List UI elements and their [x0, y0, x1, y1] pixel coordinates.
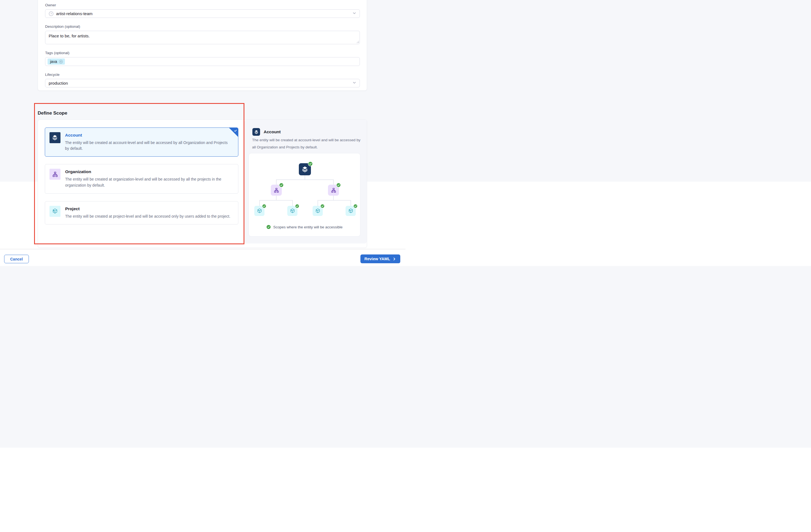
tree-organization-node	[328, 185, 339, 195]
question-circle-icon: ?	[49, 11, 53, 16]
footer-divider	[0, 249, 406, 249]
diagram-legend-text: Scopes where the entity will be accessib…	[273, 225, 342, 229]
preview-title: Account	[264, 129, 281, 135]
define-scope-title: Define Scope	[38, 110, 67, 116]
scope-preview-panel: Account The entity will be created at ac…	[244, 120, 367, 244]
diagram-legend: Scopes where the entity will be accessib…	[249, 225, 360, 229]
project-cube-icon	[290, 208, 295, 214]
check-badge-icon	[279, 183, 284, 187]
org-chart-icon	[49, 169, 60, 180]
project-cube-icon	[257, 208, 262, 214]
check-badge-icon	[295, 204, 300, 208]
check-badge-icon	[336, 183, 341, 187]
tag-chip-text: java	[50, 59, 57, 64]
check-badge-icon	[308, 161, 313, 166]
scope-option-title: Account	[65, 133, 233, 138]
chevron-down-icon	[352, 81, 356, 85]
tree-project-node	[254, 206, 264, 216]
check-icon	[234, 129, 237, 134]
tree-project-node	[312, 206, 323, 216]
scope-option-project[interactable]: Project The entity will be created at pr…	[45, 201, 238, 225]
scope-tree-diagram: Scopes where the entity will be accessib…	[248, 153, 361, 237]
tag-chip: java	[48, 59, 65, 65]
account-layers-icon	[253, 128, 260, 136]
lifecycle-field: Lifecycle production	[45, 73, 360, 88]
preview-header: Account	[253, 128, 281, 136]
project-cube-icon	[315, 208, 321, 214]
define-scope-card: Account The entity will be created at ac…	[38, 120, 367, 248]
tags-input[interactable]: java	[45, 57, 360, 66]
lifecycle-select[interactable]: production	[45, 79, 360, 88]
lifecycle-label: Lifecycle	[45, 73, 360, 77]
tags-field: Tags (optional) java	[45, 51, 360, 66]
lifecycle-value: production	[49, 81, 68, 85]
project-cube-icon	[348, 208, 354, 214]
scope-option-list: Account The entity will be created at ac…	[45, 127, 238, 224]
scope-option-title: Project	[65, 206, 230, 211]
scope-option-title: Organization	[65, 169, 233, 174]
org-chart-icon	[274, 187, 279, 193]
account-layers-icon	[301, 166, 308, 173]
preview-description: The entity will be created at account-le…	[252, 137, 361, 151]
tags-label: Tags (optional)	[45, 51, 360, 55]
description-field: Description (optional) Place to be, for …	[45, 25, 360, 44]
check-badge-icon	[266, 225, 271, 229]
tree-account-node	[299, 163, 311, 175]
org-chart-icon	[331, 187, 336, 193]
scope-option-organization[interactable]: Organization The entity will be created …	[45, 164, 238, 193]
check-badge-icon	[262, 204, 266, 208]
scope-option-description: The entity will be created at account-le…	[65, 140, 233, 152]
review-yaml-label: Review YAML	[365, 257, 391, 261]
owner-field: Owner ? artist-relations-team	[45, 3, 360, 18]
scope-option-description: The entity will be created at project-le…	[65, 214, 230, 220]
review-yaml-button[interactable]: Review YAML	[361, 254, 400, 263]
cancel-button[interactable]: Cancel	[4, 255, 29, 263]
chevron-down-icon	[352, 11, 356, 16]
description-input[interactable]: Place to be, for artists.	[45, 31, 360, 44]
project-cube-icon	[49, 206, 60, 217]
tree-organization-node	[271, 185, 282, 195]
entity-details-card: Owner ? artist-relations-team Descriptio…	[38, 0, 367, 91]
check-badge-icon	[320, 204, 325, 208]
description-label: Description (optional)	[45, 25, 360, 29]
scope-option-account[interactable]: Account The entity will be created at ac…	[45, 127, 238, 157]
tree-project-node	[346, 206, 356, 216]
scope-option-description: The entity will be created at organizati…	[65, 176, 233, 188]
account-layers-icon	[49, 132, 60, 143]
owner-label: Owner	[45, 3, 360, 7]
tree-project-node	[287, 206, 297, 216]
chevron-right-icon	[393, 257, 396, 261]
owner-value: artist-relations-team	[56, 11, 93, 16]
circle-x-icon[interactable]	[59, 60, 63, 64]
svg-text:?: ?	[50, 12, 52, 15]
check-badge-icon	[353, 204, 358, 208]
owner-select[interactable]: ? artist-relations-team	[45, 9, 360, 18]
